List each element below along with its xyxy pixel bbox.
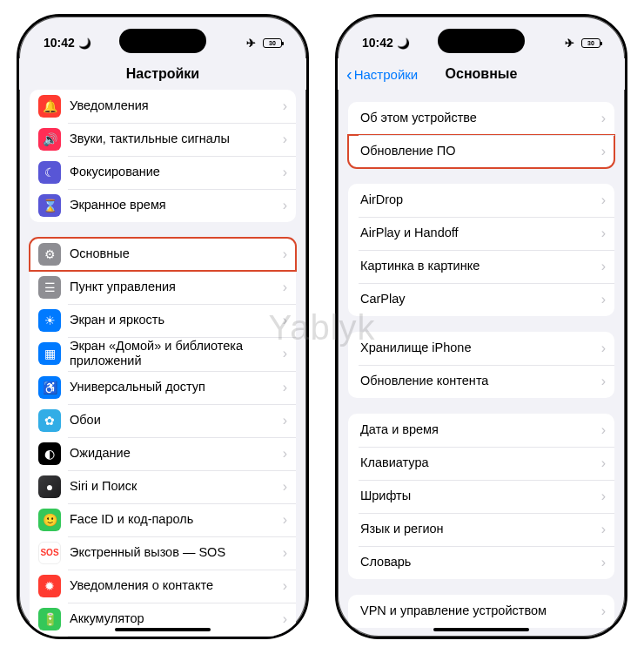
general-group: AirDrop›AirPlay и Handoff›Картинка в кар…	[348, 184, 614, 316]
row-label: Картинка в картинке	[360, 259, 601, 273]
siri-icon: ●	[38, 475, 61, 498]
general-row[interactable]: Дата и время›	[348, 414, 614, 447]
chevron-right-icon: ›	[283, 545, 287, 561]
row-label: Пункт управления	[70, 280, 283, 294]
settings-row-moon[interactable]: ☾Фокусирование›	[30, 156, 296, 189]
chevron-right-icon: ›	[283, 413, 287, 428]
chevron-right-icon: ›	[283, 611, 287, 627]
general-row[interactable]: Обновление контента›	[348, 365, 614, 398]
general-group: Об этом устройстве›Обновление ПО›	[348, 102, 614, 168]
row-label: Основные	[70, 246, 283, 261]
row-label: Аккумулятор	[70, 611, 283, 626]
settings-group: ⚙Основные›☰Пункт управления›☀Экран и ярк…	[30, 238, 296, 637]
grid-icon: ▦	[38, 342, 61, 365]
row-label: AirDrop	[360, 192, 601, 207]
home-indicator[interactable]	[115, 628, 211, 631]
general-row[interactable]: Язык и регион›	[348, 513, 614, 546]
phone-right: 10:42 30 ‹ Настройки Основные Об этом ус…	[335, 14, 627, 639]
nav-bar: ‹ Настройки Основные	[338, 58, 625, 90]
settings-row-access[interactable]: ♿Универсальный доступ›	[30, 371, 296, 404]
general-row[interactable]: Словарь›	[348, 546, 614, 579]
chevron-right-icon: ›	[283, 165, 287, 180]
chevron-right-icon: ›	[601, 522, 606, 537]
settings-row-bell[interactable]: 🔔Уведомления›	[30, 90, 296, 123]
settings-row-speaker[interactable]: 🔊Звуки, тактильные сигналы›	[30, 123, 296, 156]
general-group: Хранилище iPhone›Обновление контента›	[348, 332, 614, 398]
chevron-right-icon: ›	[601, 489, 606, 504]
home-indicator[interactable]	[433, 628, 529, 631]
chevron-right-icon: ›	[601, 111, 606, 126]
chevron-right-icon: ›	[283, 313, 287, 328]
back-label: Настройки	[354, 67, 419, 82]
settings-row-sos[interactable]: SOSЭкстренный вызов — SOS›	[30, 536, 296, 570]
general-group: Дата и время›Клавиатура›Шрифты›Язык и ре…	[348, 414, 614, 579]
chevron-right-icon: ›	[283, 280, 287, 295]
status-time: 10:42	[44, 36, 75, 50]
dynamic-island	[119, 29, 206, 53]
chevron-right-icon: ›	[283, 479, 287, 495]
settings-row-siri[interactable]: ●Siri и Поиск›	[30, 470, 296, 503]
row-label: Ожидание	[70, 446, 283, 461]
chevron-right-icon: ›	[283, 446, 287, 462]
moon-icon: ☾	[38, 161, 61, 184]
chevron-right-icon: ›	[283, 380, 287, 395]
switches-icon: ☰	[38, 276, 61, 299]
gear-icon: ⚙	[38, 243, 61, 266]
chevron-right-icon: ›	[283, 578, 287, 594]
settings-group: 🔔Уведомления›🔊Звуки, тактильные сигналы›…	[30, 90, 296, 222]
settings-row-gear[interactable]: ⚙Основные›	[30, 238, 296, 271]
chevron-right-icon: ›	[601, 292, 606, 307]
settings-row-flower[interactable]: ✿Обои›	[30, 404, 296, 437]
dynamic-island	[438, 29, 525, 53]
chevron-right-icon: ›	[283, 198, 287, 213]
general-row[interactable]: Клавиатура›	[348, 447, 614, 480]
airplane-mode-icon	[565, 36, 574, 50]
chevron-right-icon: ›	[601, 603, 606, 619]
row-label: Словарь	[360, 555, 601, 570]
battery-icon: 30	[581, 38, 600, 48]
speaker-icon: 🔊	[38, 128, 61, 151]
general-row[interactable]: Картинка в картинке›	[348, 250, 614, 283]
chevron-right-icon: ›	[283, 346, 287, 361]
chevron-right-icon: ›	[283, 98, 287, 114]
row-label: CarPlay	[360, 292, 601, 307]
row-label: Обновление ПО	[360, 144, 601, 158]
general-row[interactable]: Хранилище iPhone›	[348, 332, 614, 365]
general-row[interactable]: Обновление ПО›	[348, 135, 614, 168]
general-row[interactable]: CarPlay›	[348, 283, 614, 316]
settings-row-sun2[interactable]: ✹Уведомления о контакте›	[30, 570, 296, 603]
general-row[interactable]: Шрифты›	[348, 480, 614, 513]
nav-bar: Настройки	[19, 58, 306, 90]
chevron-right-icon: ›	[601, 259, 606, 274]
page-title: Настройки	[126, 66, 199, 82]
settings-row-sun[interactable]: ☀Экран и яркость›	[30, 304, 296, 337]
faceid-icon: 🙂	[38, 509, 61, 531]
row-label: Экранное время	[70, 198, 283, 212]
settings-row-standby[interactable]: ◐Ожидание›	[30, 437, 296, 470]
settings-row-grid[interactable]: ▦Экран «Домой» и библиотека приложений›	[30, 337, 296, 371]
page-title: Основные	[446, 66, 518, 82]
hourglass-icon: ⌛	[38, 194, 61, 217]
row-label: Хранилище iPhone	[360, 340, 601, 355]
row-label: Face ID и код-пароль	[70, 512, 283, 527]
row-label: Дата и время	[360, 422, 601, 437]
standby-icon: ◐	[38, 442, 61, 465]
general-row[interactable]: VPN и управление устройством›	[348, 595, 614, 628]
row-label: Фокусирование	[70, 165, 283, 179]
access-icon: ♿	[38, 376, 61, 399]
row-label: Экран «Домой» и библиотека приложений	[70, 339, 283, 369]
settings-row-faceid[interactable]: 🙂Face ID и код-пароль›	[30, 503, 296, 536]
settings-row-hand[interactable]: ✋Конфиденциальность и безопасность›	[30, 636, 296, 637]
settings-row-switches[interactable]: ☰Пункт управления›	[30, 271, 296, 304]
row-label: Язык и регион	[360, 522, 601, 536]
settings-row-hourglass[interactable]: ⌛Экранное время›	[30, 189, 296, 222]
row-label: Обновление контента	[360, 374, 601, 388]
general-row[interactable]: Об этом устройстве›	[348, 102, 614, 135]
general-row[interactable]: AirDrop›	[348, 184, 614, 217]
general-row[interactable]: AirPlay и Handoff›	[348, 217, 614, 250]
row-label: Экстренный вызов — SOS	[70, 545, 283, 560]
chevron-right-icon: ›	[601, 226, 606, 241]
back-button[interactable]: ‹ Настройки	[346, 65, 418, 83]
bell-icon: 🔔	[38, 95, 61, 118]
chevron-left-icon: ‹	[346, 65, 352, 83]
